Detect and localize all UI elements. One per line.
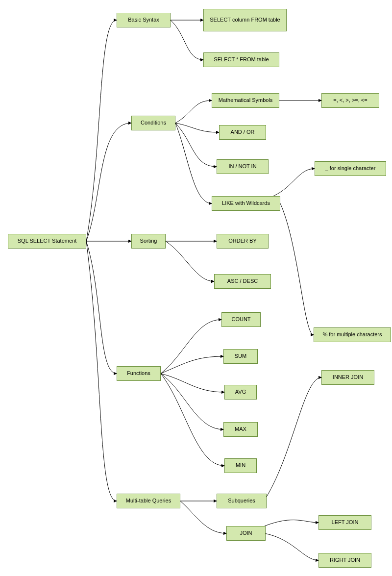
node-left: LEFT JOIN <box>318 515 371 530</box>
node-label: SQL SELECT Statement <box>18 238 76 245</box>
node-label: MIN <box>236 462 245 469</box>
node-label: =, <, >, >=, <= <box>333 97 367 104</box>
node-join: JOIN <box>226 526 266 541</box>
node-label: LEFT JOIN <box>332 519 359 526</box>
node-select-col: SELECT column FROM table <box>203 9 287 31</box>
node-multi-table: Multi-table Queries <box>117 494 180 508</box>
node-label: LIKE with Wildcards <box>222 200 270 207</box>
node-label: _ for single character <box>325 165 376 172</box>
node-label: AVG <box>235 389 246 396</box>
node-label: Sorting <box>140 238 157 245</box>
node-label: ORDER BY <box>228 238 256 245</box>
node-label: JOIN <box>240 530 252 537</box>
node-label: Conditions <box>141 120 166 126</box>
node-sorting: Sorting <box>131 234 166 249</box>
node-label: SELECT column FROM table <box>210 17 280 24</box>
node-label: ASC / DESC <box>227 278 258 285</box>
node-label: AND / OR <box>231 129 255 136</box>
node-select-star: SELECT * FROM table <box>203 52 279 67</box>
node-label: COUNT <box>231 316 250 323</box>
node-right: RIGHT JOIN <box>318 553 371 568</box>
node-label: INNER JOIN <box>333 374 363 381</box>
node-label: Multi-table Queries <box>126 498 171 504</box>
node-basic-syntax: Basic Syntax <box>117 13 171 27</box>
node-label: Functions <box>127 370 150 377</box>
node-label: IN / NOT IN <box>228 163 256 170</box>
node-label: Mathematical Symbols <box>219 97 273 104</box>
node-avg: AVG <box>224 385 257 400</box>
node-label: RIGHT JOIN <box>330 557 360 564</box>
node-label: % for multiple characters <box>322 331 382 338</box>
node-and-or: AND / OR <box>219 125 266 140</box>
node-label: Subqueries <box>228 498 255 504</box>
node-max: MAX <box>223 422 258 437</box>
node-root: SQL SELECT Statement <box>8 234 86 249</box>
node-math-sym: Mathematical Symbols <box>212 93 279 108</box>
node-label: Basic Syntax <box>128 17 159 24</box>
node-asc-desc: ASC / DESC <box>214 274 271 289</box>
node-in-not-in: IN / NOT IN <box>217 159 269 174</box>
node-subq: Subqueries <box>217 494 267 508</box>
node-count: COUNT <box>221 312 261 327</box>
node-underscore: _ for single character <box>315 161 386 176</box>
node-functions: Functions <box>117 366 161 381</box>
node-label: SUM <box>235 353 246 360</box>
node-min: MIN <box>224 458 257 473</box>
node-label: MAX <box>235 426 246 433</box>
node-conditions: Conditions <box>131 116 175 130</box>
node-label: SELECT * FROM table <box>214 56 269 63</box>
node-sum: SUM <box>223 349 258 364</box>
node-like: LIKE with Wildcards <box>212 196 280 211</box>
node-percent: % for multiple characters <box>314 327 391 342</box>
node-inner: INNER JOIN <box>321 370 374 385</box>
node-ops: =, <, >, >=, <= <box>321 93 379 108</box>
node-order-by: ORDER BY <box>217 234 269 249</box>
